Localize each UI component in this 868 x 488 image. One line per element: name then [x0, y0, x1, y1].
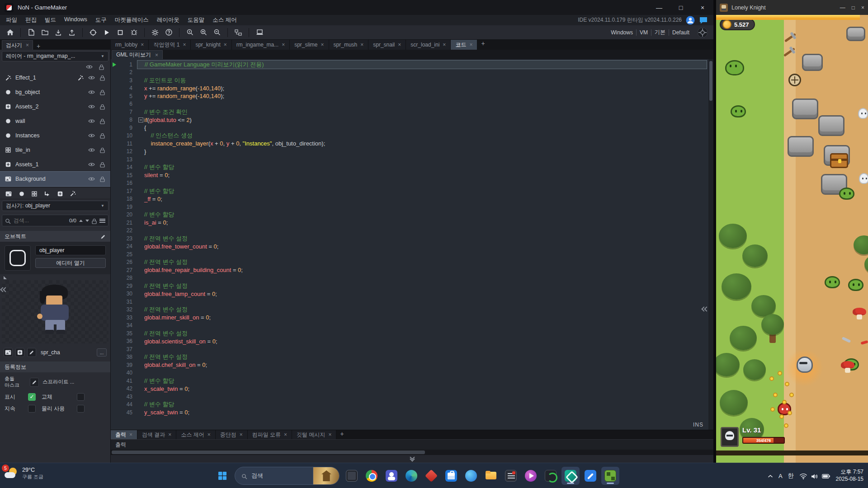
- lock-icon[interactable]: [99, 75, 106, 81]
- tab-gml-preview[interactable]: GML 미리보기 ×: [112, 50, 163, 59]
- lock-icon[interactable]: [99, 133, 106, 139]
- zoom-out-button[interactable]: [211, 27, 223, 38]
- code-line[interactable]: 45y_scale_twin = 0;: [111, 408, 713, 417]
- game-viewport[interactable]: 5.527 Lv. 31 354/476: [716, 15, 868, 463]
- layer-row-wall[interactable]: wall: [0, 114, 110, 128]
- layer-row-Assets_1[interactable]: Assets_1: [0, 157, 110, 172]
- close-tab-icon[interactable]: ×: [155, 52, 158, 58]
- target-option[interactable]: Default: [669, 29, 693, 36]
- editor-tab-spr_knight[interactable]: spr_knight×: [191, 40, 231, 50]
- taskbar-app-dev[interactable]: [542, 467, 560, 485]
- editor-tab-작업영역 1[interactable]: 작업영역 1×: [149, 40, 191, 50]
- code-line[interactable]: 12}: [111, 148, 713, 156]
- close-tab-icon[interactable]: ×: [360, 42, 363, 48]
- prop-checkbox-표시[interactable]: ✓: [28, 393, 36, 401]
- tab-inspector[interactable]: 검사기 ×: [2, 40, 33, 50]
- menu-item-Windows[interactable]: Windows: [60, 16, 91, 24]
- output-tab-깃털 메시지[interactable]: 깃털 메시지×: [292, 430, 336, 439]
- close-tab-icon[interactable]: ×: [208, 432, 211, 438]
- lock-icon[interactable]: [99, 104, 106, 110]
- inspector-object-dropdown[interactable]: 검사기: obj_player ▼: [2, 201, 108, 211]
- prop-checkbox-고체[interactable]: [77, 393, 85, 401]
- lock-icon[interactable]: [99, 147, 106, 153]
- scrollbar-thumb[interactable]: [709, 61, 712, 101]
- layer-row-Background[interactable]: Background: [0, 172, 110, 186]
- code-line[interactable]: 10 // 인스턴스 생성: [111, 132, 713, 140]
- code-line[interactable]: 1// GameMaker Language 미리보기(읽기 전용): [111, 61, 713, 69]
- close-tab-icon[interactable]: ×: [240, 432, 243, 438]
- target-option[interactable]: Windows: [608, 29, 636, 36]
- new-tab-button[interactable]: +: [33, 42, 44, 50]
- search-menu-icon[interactable]: [99, 219, 105, 223]
- export-project-button[interactable]: [66, 27, 78, 38]
- menu-item-파일[interactable]: 파일: [2, 16, 21, 24]
- editor-tab-scr_load_ini[interactable]: scr_load_ini×: [406, 40, 451, 50]
- code-line[interactable]: 5y += random_range(-140,140);: [111, 92, 713, 100]
- tray-status-icons[interactable]: [799, 472, 830, 479]
- target-config-icon[interactable]: [697, 27, 708, 38]
- code-line[interactable]: 29// 전역 변수 설정: [111, 282, 713, 290]
- code-line[interactable]: 34: [111, 322, 713, 330]
- close-tab-icon[interactable]: ×: [168, 432, 171, 438]
- close-tab-icon[interactable]: ×: [469, 42, 472, 48]
- code-line[interactable]: 33global.miner_skill_on = 0;: [111, 314, 713, 322]
- search-prev-icon[interactable]: [79, 220, 83, 222]
- weather-widget[interactable]: 5 29°C 구름 조금: [5, 467, 43, 480]
- code-line[interactable]: 24global.free_tower_count = 0;: [111, 243, 713, 251]
- prop-checkbox-지속[interactable]: [28, 405, 36, 413]
- code-line[interactable]: 25: [111, 250, 713, 258]
- code-line[interactable]: 23// 전역 변수 설정: [111, 235, 713, 243]
- taskbar-app-gamemaker[interactable]: [561, 467, 580, 485]
- visibility-eye-icon[interactable]: [86, 63, 93, 70]
- menu-item-도구[interactable]: 도구: [91, 16, 111, 24]
- code-line[interactable]: 18_ff = 0;: [111, 195, 713, 203]
- editor-tab-rm_lobby[interactable]: rm_lobby×: [111, 40, 149, 50]
- code-line[interactable]: 2: [111, 69, 713, 77]
- game-title-bar[interactable]: Lonely Knight — □ ×: [716, 0, 868, 15]
- properties-header[interactable]: 등록정보: [0, 361, 110, 372]
- code-line[interactable]: 19: [111, 203, 713, 211]
- taskbar-app-desktop[interactable]: [343, 467, 361, 485]
- visibility-eye-icon[interactable]: [88, 177, 95, 181]
- taskbar-app-store[interactable]: [442, 467, 460, 485]
- lock-icon[interactable]: [99, 63, 104, 70]
- add-background-layer-icon[interactable]: [5, 190, 12, 197]
- code-line[interactable]: 43: [111, 393, 713, 401]
- minimize-button[interactable]: —: [840, 5, 845, 11]
- editor-tab-spr_snail[interactable]: spr_snail×: [368, 40, 406, 50]
- close-tab-icon[interactable]: ×: [284, 432, 287, 438]
- menu-item-빌드[interactable]: 빌드: [41, 16, 60, 24]
- code-line[interactable]: 7// 변수 조건 확인: [111, 108, 713, 116]
- close-tab-icon[interactable]: ×: [282, 42, 285, 48]
- device-manager-button[interactable]: [253, 27, 266, 38]
- settings-button[interactable]: [149, 27, 161, 38]
- zoom-in-button[interactable]: [197, 27, 210, 38]
- home-button[interactable]: [4, 27, 16, 38]
- code-line[interactable]: 11 instance_create_layer(x + 0, y + 0, "…: [111, 140, 713, 148]
- target-option[interactable]: 기본: [651, 28, 669, 36]
- open-project-button[interactable]: [38, 27, 51, 38]
- sprite-name[interactable]: spr_cha: [39, 349, 94, 356]
- edit-pencil-icon[interactable]: [100, 233, 106, 239]
- lock-icon[interactable]: [99, 89, 106, 95]
- fold-toggle-icon[interactable]: [138, 117, 143, 122]
- layer-row-Instances[interactable]: Instances: [0, 128, 110, 143]
- search-next-icon[interactable]: [85, 220, 89, 222]
- close-tab-icon[interactable]: ×: [26, 42, 29, 48]
- code-line[interactable]: 4x += random_range(-140,140);: [111, 84, 713, 93]
- code-line[interactable]: 31: [111, 298, 713, 306]
- scrollbar-thumb[interactable]: [112, 450, 425, 454]
- code-line[interactable]: 32// 전역 변수 설정: [111, 306, 713, 314]
- close-tab-icon[interactable]: ×: [398, 42, 401, 48]
- code-line[interactable]: 22: [111, 227, 713, 235]
- tray-overflow-icon[interactable]: [768, 473, 773, 479]
- menu-item-편집[interactable]: 편집: [21, 16, 41, 24]
- collapse-triangle-icon[interactable]: [4, 276, 7, 279]
- code-line[interactable]: 38// 전역 변수 설정: [111, 353, 713, 361]
- sprite-edit-icon[interactable]: [15, 348, 24, 357]
- code-line[interactable]: 36global.scientist_skill_on = 0;: [111, 338, 713, 346]
- lock-icon[interactable]: [99, 176, 106, 182]
- mask-sprite-button[interactable]: 스프라이트 ...: [42, 379, 74, 385]
- code-line[interactable]: 9{: [111, 124, 713, 132]
- visibility-eye-icon[interactable]: [88, 133, 95, 138]
